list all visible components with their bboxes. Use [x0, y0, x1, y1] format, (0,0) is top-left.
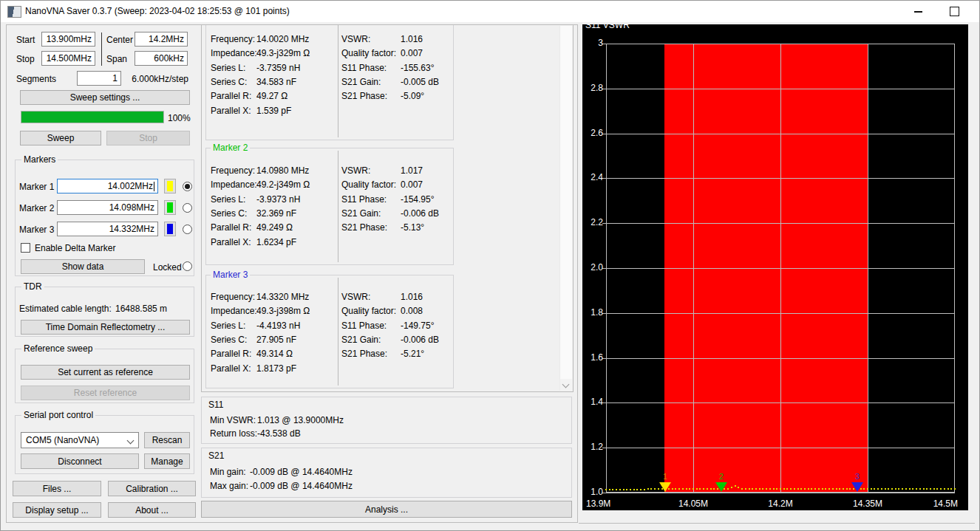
progress-percent-text: 100% — [168, 113, 191, 123]
marker1-radio[interactable] — [183, 182, 192, 191]
field-value: 0.008 — [401, 306, 423, 316]
field-value: 49.3-j329m Ω — [256, 48, 310, 58]
text-caret — [154, 182, 154, 191]
serial-groupbox-title: Serial port control — [21, 410, 95, 420]
reset-reference-button[interactable]: Reset reference — [21, 386, 190, 400]
vertical-scrollbar[interactable] — [559, 26, 572, 391]
min-gain-value: -0.009 dB @ 14.4640MHz — [250, 467, 353, 477]
sweep-settings-button[interactable]: Sweep settings ... — [20, 90, 190, 105]
field-label: Quality factor: — [341, 306, 396, 316]
min-vswr-label: Min VSWR: — [210, 415, 256, 425]
field-value: 1.017 — [401, 165, 423, 176]
scrollbar-down-button[interactable] — [560, 379, 572, 391]
files-button[interactable]: Files ... — [13, 481, 101, 496]
about-button[interactable]: About ... — [108, 502, 196, 518]
chart-marker-2[interactable] — [715, 482, 727, 492]
y-axis-tick-label: 3 — [582, 38, 603, 48]
y-axis-tick-label: 1.6 — [582, 352, 603, 363]
max-gain-label: Max gain: — [210, 481, 248, 491]
rescan-button[interactable]: Rescan — [144, 432, 190, 448]
analysis-button[interactable]: Analysis ... — [201, 501, 572, 518]
minimize-icon — [914, 11, 922, 13]
marker2-input[interactable]: 14.098MHz — [57, 200, 158, 215]
plot-area-border — [606, 44, 955, 493]
field-label: S11 Phase: — [341, 194, 387, 205]
field-label: VSWR: — [341, 292, 370, 302]
start-input[interactable]: 13.900mHz — [41, 32, 95, 47]
display-setup-button[interactable]: Display setup ... — [13, 502, 101, 518]
tdr-button[interactable]: Time Domain Reflectometry ... — [21, 320, 190, 335]
chart-marker-3[interactable] — [851, 482, 863, 492]
show-data-button[interactable]: Show data — [21, 259, 145, 274]
sweep-button[interactable]: Sweep — [20, 131, 101, 145]
x-axis-tick-label: 14.05M — [677, 499, 710, 509]
s11-stats-groupbox: S11 Min VSWR: 1.013 @ 13.9000MHz Return … — [201, 397, 572, 444]
field-label: Series L: — [211, 194, 245, 205]
chart-marker-1[interactable] — [659, 482, 671, 492]
enable-delta-checkbox[interactable] — [21, 243, 30, 253]
field-label: VSWR: — [341, 34, 370, 44]
marker3-input[interactable]: 14.332MHz — [57, 222, 158, 236]
field-label: Series L: — [211, 321, 245, 331]
marker3-radio[interactable] — [183, 225, 192, 234]
field-value: -0.006 dB — [401, 335, 439, 345]
s11-vswr-chart[interactable]: 32.82.62.42.22.01.81.61.41.21.013.9M14.0… — [582, 24, 968, 510]
stop-input[interactable]: 14.500MHz — [41, 51, 95, 66]
span-input[interactable]: 600kHz — [135, 51, 188, 66]
x-axis-tick-label: 14.35M — [851, 499, 884, 509]
field-value: -149.75° — [401, 321, 435, 331]
marker1-input[interactable]: 14.002MHz — [57, 179, 158, 193]
field-value: 49.3-j398m Ω — [256, 306, 310, 316]
chevron-down-icon — [562, 381, 570, 388]
stop-button[interactable]: Stop — [106, 131, 190, 145]
serial-port-select[interactable]: COM5 (NanoVNA) — [21, 432, 139, 448]
column-divider — [338, 278, 338, 386]
marker2-radio[interactable] — [183, 203, 192, 213]
column-divider — [338, 25, 338, 137]
max-gain-value: -0.009 dB @ 14.4640MHz — [250, 481, 353, 491]
tdr-groupbox-title: TDR — [21, 281, 44, 292]
maximize-button[interactable] — [940, 0, 970, 22]
reference-groupbox: Reference sweep Set current as reference… — [15, 349, 194, 403]
marker3-label: Marker 3 — [19, 225, 54, 235]
marker-data-boxes: Frequency:14.0020 MHzImpedance:49.3-j329… — [202, 25, 574, 392]
locked-radio[interactable] — [183, 261, 192, 271]
field-value: -5.13° — [401, 222, 424, 233]
field-label: S21 Phase: — [341, 349, 387, 359]
field-value: -4.4193 nH — [256, 321, 300, 331]
field-label: S21 Gain: — [341, 208, 381, 219]
s21-groupbox-title: S21 — [208, 451, 224, 461]
y-axis-tick-label: 1.0 — [582, 487, 603, 497]
minimize-button[interactable] — [905, 0, 935, 22]
y-axis-tick-label: 2.4 — [582, 172, 603, 182]
x-axis-tick-label: 13.9M — [586, 499, 610, 509]
field-value: 49.249 Ω — [256, 222, 293, 233]
field-label: S21 Gain: — [341, 77, 381, 87]
combo-chevron-icon — [127, 437, 135, 445]
manage-button[interactable]: Manage — [144, 453, 190, 469]
marker1-color-button[interactable] — [164, 179, 176, 193]
field-label: Series C: — [211, 77, 247, 87]
field-value: 0.007 — [401, 48, 423, 58]
return-loss-label: Return loss: — [210, 428, 257, 439]
center-input[interactable]: 14.2MHz — [135, 32, 188, 47]
y-axis-tick-label: 1.4 — [582, 397, 603, 407]
marker3-color-button[interactable] — [164, 222, 176, 236]
center-label: Center — [106, 35, 133, 45]
chart-title: S11 VSWR — [585, 24, 630, 30]
gridline — [606, 493, 955, 493]
marker2-color-button[interactable] — [164, 200, 176, 215]
marker1-label: Marker 1 — [19, 182, 54, 192]
chart-marker-1-number: 1 — [660, 472, 670, 481]
marker-2-data-box: Marker 2Frequency:14.0980 MHzImpedance:4… — [205, 148, 454, 265]
disconnect-button[interactable]: Disconnect — [21, 453, 139, 469]
marker3-color-swatch — [167, 224, 173, 234]
field-label: Parallel X: — [211, 363, 251, 374]
field-label: Series C: — [211, 208, 247, 219]
field-label: Impedance: — [211, 306, 257, 316]
set-reference-button[interactable]: Set current as reference — [21, 365, 190, 380]
field-value: 49.2-j349m Ω — [256, 179, 310, 190]
segments-label: Segments — [16, 74, 56, 84]
field-value: 0.007 — [401, 179, 423, 190]
calibration-button[interactable]: Calibration ... — [108, 481, 196, 496]
